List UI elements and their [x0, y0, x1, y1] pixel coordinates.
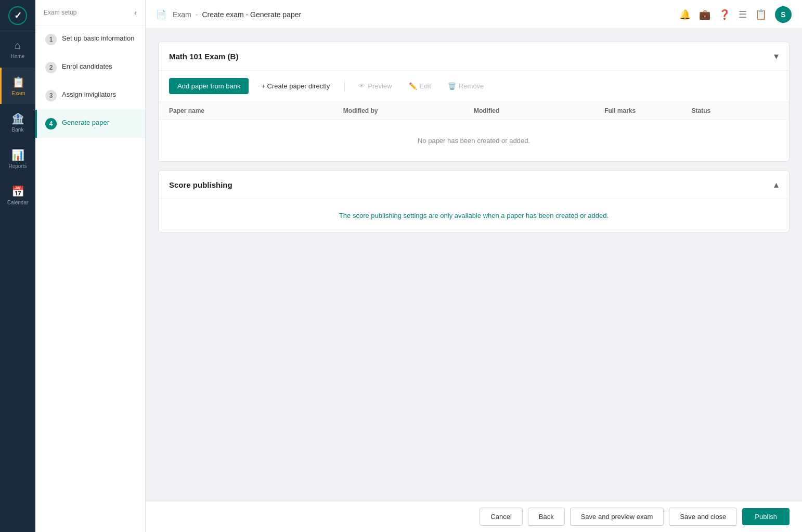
step-number-4: 4	[45, 118, 57, 129]
col-modified: Modified	[474, 107, 604, 114]
publish-button[interactable]: Publish	[742, 508, 790, 525]
sidebar-header: Exam setup ‹	[35, 0, 145, 25]
bank-icon: 🏦	[11, 112, 24, 125]
score-info-message: The score publishing settings are only a…	[159, 199, 789, 232]
breadcrumb-current: Create exam - Generate paper	[202, 10, 301, 19]
sidebar-collapse-button[interactable]: ‹	[134, 8, 137, 17]
breadcrumb-parent: Exam	[173, 10, 191, 19]
preview-button[interactable]: 👁 Preview	[353, 78, 397, 94]
paper-table-header: Paper name Modified by Modified Full mar…	[159, 102, 789, 120]
topbar: 📄 Exam - Create exam - Generate paper 🔔 …	[146, 0, 802, 29]
edit-label: Edit	[420, 82, 431, 90]
nav-label-bank: Bank	[12, 127, 24, 133]
save-and-preview-button[interactable]: Save and preview exam	[570, 508, 664, 526]
clipboard-icon[interactable]: 📋	[755, 9, 767, 20]
left-navigation: ✓ ⌂ Home 📋 Exam 🏦 Bank 📊 Reports 📅 Calen…	[0, 0, 35, 532]
nav-item-reports[interactable]: 📊 Reports	[0, 140, 35, 177]
exam-setup-label: Exam setup	[44, 9, 76, 16]
nav-label-exam: Exam	[12, 90, 25, 96]
remove-label: Remove	[459, 82, 484, 90]
paper-card-header: Math 101 Exam (B) ▾	[159, 42, 789, 71]
col-full-marks: Full marks	[604, 107, 691, 114]
content-area: Math 101 Exam (B) ▾ Add paper from bank …	[146, 29, 802, 501]
score-card-header: Score publishing ▴	[159, 171, 789, 199]
nav-item-calendar[interactable]: 📅 Calendar	[0, 177, 35, 213]
paper-card: Math 101 Exam (B) ▾ Add paper from bank …	[158, 42, 790, 162]
remove-button[interactable]: 🗑️ Remove	[443, 78, 489, 94]
score-card-toggle[interactable]: ▴	[774, 179, 779, 190]
breadcrumb-separator: -	[196, 10, 198, 19]
step-number-3: 3	[45, 90, 57, 101]
remove-icon: 🗑️	[448, 82, 456, 90]
sidebar-step-3[interactable]: 3 Assign invigilators	[35, 82, 145, 110]
score-publishing-card: Score publishing ▴ The score publishing …	[158, 170, 790, 232]
col-status: Status	[692, 107, 779, 114]
calendar-icon: 📅	[11, 185, 24, 198]
col-modified-by: Modified by	[343, 107, 474, 114]
breadcrumb: Exam - Create exam - Generate paper	[173, 10, 301, 19]
preview-icon: 👁	[358, 82, 365, 90]
step-label-1: Set up basic information	[62, 34, 134, 43]
briefcase-icon[interactable]: 💼	[699, 9, 710, 20]
footer: Cancel Back Save and preview exam Save a…	[146, 501, 802, 532]
step-number-1: 1	[45, 34, 57, 45]
topbar-actions: 🔔 💼 ❓ ☰ 📋 S	[679, 6, 792, 23]
paper-table-empty: No paper has been created or added.	[159, 120, 789, 161]
logo-icon: ✓	[8, 6, 27, 25]
edit-button[interactable]: ✏️ Edit	[404, 78, 436, 94]
score-card-title: Score publishing	[169, 180, 232, 189]
main-area: 📄 Exam - Create exam - Generate paper 🔔 …	[146, 0, 802, 532]
sidebar-step-2[interactable]: 2 Enrol candidates	[35, 54, 145, 82]
create-directly-label: + Create paper directly	[261, 82, 330, 90]
col-paper-name: Paper name	[169, 107, 343, 114]
user-avatar[interactable]: S	[775, 6, 792, 23]
nav-item-bank[interactable]: 🏦 Bank	[0, 104, 35, 140]
nav-item-exam[interactable]: 📋 Exam	[0, 68, 35, 104]
create-paper-directly-button[interactable]: + Create paper directly	[255, 78, 336, 94]
app-logo[interactable]: ✓	[0, 0, 35, 31]
step-label-3: Assign invigilators	[62, 90, 116, 99]
reports-icon: 📊	[11, 149, 24, 161]
save-and-close-button[interactable]: Save and close	[669, 508, 737, 526]
paper-toolbar: Add paper from bank + Create paper direc…	[159, 71, 789, 102]
step-number-2: 2	[45, 62, 57, 73]
help-icon[interactable]: ❓	[719, 9, 730, 20]
edit-icon: ✏️	[409, 82, 417, 90]
nav-label-calendar: Calendar	[7, 200, 29, 205]
menu-icon[interactable]: ☰	[739, 9, 747, 20]
paper-card-toggle[interactable]: ▾	[774, 50, 779, 62]
nav-label-reports: Reports	[8, 163, 27, 169]
step-label-2: Enrol candidates	[62, 62, 112, 71]
toolbar-separator-1	[344, 81, 345, 92]
nav-item-home[interactable]: ⌂ Home	[0, 31, 35, 68]
paper-card-title: Math 101 Exam (B)	[169, 52, 238, 61]
home-icon: ⌂	[15, 40, 21, 51]
exam-icon: 📋	[12, 76, 25, 88]
step-label-4: Generate paper	[62, 118, 109, 127]
back-button[interactable]: Back	[528, 508, 565, 526]
notification-icon[interactable]: 🔔	[679, 9, 691, 20]
sidebar: Exam setup ‹ 1 Set up basic information …	[35, 0, 146, 532]
cancel-button[interactable]: Cancel	[480, 508, 522, 526]
sidebar-step-4[interactable]: 4 Generate paper	[35, 110, 145, 138]
nav-label-home: Home	[11, 54, 25, 59]
topbar-page-icon: 📄	[156, 9, 166, 19]
preview-label: Preview	[368, 82, 392, 90]
add-paper-from-bank-button[interactable]: Add paper from bank	[169, 78, 249, 94]
sidebar-step-1[interactable]: 1 Set up basic information	[35, 25, 145, 54]
